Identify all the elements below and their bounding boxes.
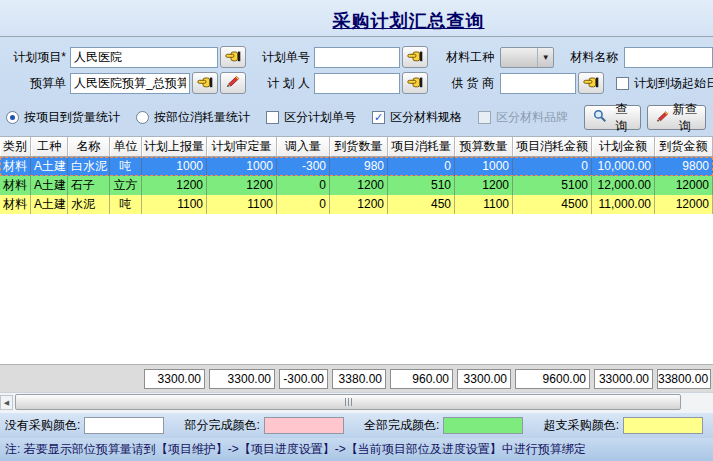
total-arrived-amount: 33800.00 [657, 369, 711, 389]
total-budget-qty: 3300.00 [457, 369, 511, 389]
legend-complete-swatch [443, 417, 523, 434]
cell[interactable]: A土建 [31, 176, 68, 195]
cell[interactable]: 450 [388, 195, 455, 214]
cell[interactable]: 9800 [655, 157, 713, 176]
stat-by-unit-radio[interactable] [136, 111, 149, 124]
cell[interactable]: 材料 [0, 157, 31, 176]
supplier-label: 供 货 商 [444, 75, 500, 92]
cell[interactable]: 1000 [142, 157, 207, 176]
column-header[interactable]: 项目消耗金额 [513, 137, 592, 156]
cell[interactable]: 材料 [0, 195, 31, 214]
plan-no-label: 计划单号 [256, 49, 314, 66]
cell[interactable]: 5100 [513, 176, 592, 195]
column-header[interactable]: 类别 [0, 137, 31, 156]
distinguish-plan-no-option: 区分计划单号 [266, 109, 356, 126]
plan-no-picker-button[interactable] [402, 46, 428, 68]
plan-project-input[interactable] [70, 47, 218, 68]
column-header[interactable]: 工种 [31, 137, 68, 156]
query-button[interactable]: 查询 [584, 105, 641, 130]
stat-by-unit-label: 按部位消耗量统计 [154, 109, 250, 126]
budget-edit-button[interactable] [220, 72, 246, 94]
cell[interactable]: 12000 [655, 195, 713, 214]
scrollbar-grip [348, 398, 349, 406]
cell[interactable]: 1200 [207, 176, 277, 195]
cell[interactable]: 水泥 [68, 195, 110, 214]
column-header[interactable]: 计划审定量 [207, 137, 277, 156]
distinguish-plan-no-checkbox[interactable] [266, 111, 279, 124]
cell[interactable]: 1200 [330, 176, 388, 195]
column-header[interactable]: 到货数量 [330, 137, 388, 156]
cell[interactable]: 吨 [110, 195, 142, 214]
cell[interactable]: 0 [388, 157, 455, 176]
planner-picker-button[interactable] [402, 72, 428, 94]
distinguish-spec-checkbox[interactable]: ✓ [372, 111, 385, 124]
cell[interactable]: 0 [513, 157, 592, 176]
legend-none-label: 没有采购颜色: [5, 417, 80, 434]
cell[interactable]: 11,000.00 [592, 195, 655, 214]
plan-no-input[interactable] [314, 47, 400, 68]
cell[interactable]: 石子 [68, 176, 110, 195]
cell[interactable]: 12000 [655, 176, 713, 195]
stat-by-project-radio[interactable] [6, 111, 19, 124]
scroll-left-arrow-icon[interactable]: ◀ [0, 395, 13, 410]
cell[interactable]: 吨 [110, 157, 142, 176]
supplier-picker-button[interactable] [578, 72, 604, 94]
options-row: 按项目到货量统计 按部位消耗量统计 区分计划单号 ✓ 区分材料规格 区分材料品牌… [0, 103, 713, 136]
results-grid: 类别 工种 名称 单位 计划上报量 计划审定量 调入量 到货数量 项目消耗量 预… [0, 136, 713, 412]
column-header[interactable]: 项目消耗量 [388, 137, 455, 156]
cell[interactable]: 510 [388, 176, 455, 195]
cell[interactable]: 1200 [330, 195, 388, 214]
cell[interactable]: 0 [277, 176, 330, 195]
budget-picker-button[interactable] [192, 72, 218, 94]
arrival-date-checkbox[interactable] [616, 77, 629, 90]
column-header[interactable]: 名称 [68, 137, 110, 156]
cell[interactable]: 0 [277, 195, 330, 214]
cell[interactable]: 4500 [513, 195, 592, 214]
supplier-input[interactable] [500, 73, 576, 94]
total-transferred: -300.00 [279, 369, 328, 389]
material-type-dropdown[interactable]: ▼ [500, 47, 554, 68]
new-query-button[interactable]: 新查询 [647, 105, 706, 130]
column-header[interactable]: 单位 [110, 137, 142, 156]
column-header[interactable]: 计划金额 [592, 137, 655, 156]
cell[interactable]: 1200 [455, 176, 513, 195]
legend-item: 部分完成颜色: [185, 417, 365, 434]
cell[interactable]: 12,000.00 [592, 176, 655, 195]
purchase-plan-summary-window: 采购计划汇总查询 计划项目* 计划单号 材料工种 ▼ 材料名称 预算单 [0, 0, 713, 461]
cell[interactable]: 1000 [207, 157, 277, 176]
column-header[interactable]: 计划上报量 [142, 137, 207, 156]
table-row[interactable]: 材料 A土建 水泥 吨 1100 1100 0 1200 450 1100 45… [0, 195, 713, 214]
cell[interactable]: 1200 [142, 176, 207, 195]
horizontal-scrollbar[interactable]: ◀ [0, 392, 713, 412]
cell[interactable]: 10,000.00 [592, 157, 655, 176]
scrollbar-grip [345, 398, 346, 406]
column-header[interactable]: 到货金额 [655, 137, 713, 156]
cell[interactable]: 980 [330, 157, 388, 176]
plan-project-picker-button[interactable] [220, 46, 246, 68]
cell[interactable]: 1100 [207, 195, 277, 214]
column-header[interactable]: 预算数量 [455, 137, 513, 156]
distinguish-brand-label: 区分材料品牌 [496, 109, 568, 126]
material-name-input[interactable] [624, 47, 713, 68]
table-row[interactable]: 材料 A土建 石子 立方 1200 1200 0 1200 510 1200 5… [0, 176, 713, 195]
arrival-date-label: 计划到场起始日 [634, 75, 713, 92]
planner-input[interactable] [314, 73, 400, 94]
form-row-1: 计划项目* 计划单号 材料工种 ▼ 材料名称 [0, 44, 713, 70]
cell[interactable]: -300 [277, 157, 330, 176]
scrollbar-thumb[interactable] [15, 394, 681, 410]
table-row[interactable]: 材料 A土建 白水泥 吨 1000 1000 -300 980 0 1000 0… [0, 157, 713, 176]
cell[interactable]: A土建 [31, 195, 68, 214]
material-name-label: 材料名称 [568, 49, 624, 66]
budget-input[interactable] [70, 73, 190, 94]
column-header[interactable]: 调入量 [277, 137, 330, 156]
cell[interactable]: A土建 [31, 157, 68, 176]
cell[interactable]: 立方 [110, 176, 142, 195]
query-form: 计划项目* 计划单号 材料工种 ▼ 材料名称 预算单 [0, 37, 713, 103]
cell[interactable]: 材料 [0, 176, 31, 195]
cell[interactable]: 1000 [455, 157, 513, 176]
chevron-down-icon[interactable]: ▼ [537, 48, 553, 67]
cell[interactable]: 1100 [142, 195, 207, 214]
distinguish-brand-option: 区分材料品牌 [478, 109, 568, 126]
cell[interactable]: 白水泥 [68, 157, 110, 176]
cell[interactable]: 1100 [455, 195, 513, 214]
